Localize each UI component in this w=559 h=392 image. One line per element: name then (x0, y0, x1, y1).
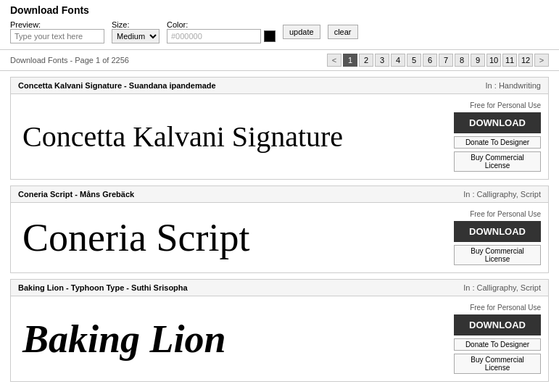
download-btn-1[interactable]: DOWNLOAD (454, 112, 541, 133)
font-card-2-actions: Free for Personal Use DOWNLOAD Buy Comme… (447, 210, 541, 265)
commercial-btn-1[interactable]: Buy Commercial License (454, 151, 541, 172)
color-label-wrap: Color: (167, 20, 276, 43)
font-card-3-category: In : Calligraphy, Script (463, 283, 541, 292)
font-card-2-license: Free for Personal Use (470, 210, 541, 218)
preview-group: Preview: (10, 20, 104, 43)
color-group: Color: (167, 20, 276, 43)
font-card-1-body: Concetta Kalvani Signature Free for Pers… (11, 94, 548, 179)
size-select[interactable]: Small Medium Large (112, 29, 160, 43)
font-preview-text-2: Coneria Script (22, 215, 249, 260)
font-card-3-preview: Baking Lion (22, 317, 447, 362)
color-label: Color: (167, 20, 276, 29)
preview-label: Preview: (10, 20, 104, 29)
toolbar: Preview: Size: Small Medium Large Color:… (10, 20, 549, 43)
page-btn-10[interactable]: 10 (486, 54, 501, 67)
commercial-btn-2[interactable]: Buy Commercial License (454, 245, 541, 265)
size-label: Size: (112, 20, 160, 29)
pagination-info: Download Fonts - Page 1 of 2256 (10, 56, 129, 64)
download-btn-3[interactable]: DOWNLOAD (454, 314, 541, 335)
font-card-3-title: Baking Lion - Typhoon Type - Suthi Sriso… (18, 283, 188, 292)
color-input[interactable] (167, 29, 261, 43)
donate-btn-1[interactable]: Donate To Designer (454, 136, 541, 149)
preview-input[interactable] (10, 29, 104, 43)
download-btn-2[interactable]: DOWNLOAD (454, 221, 541, 242)
font-card-2-body: Coneria Script Free for Personal Use DOW… (11, 203, 548, 272)
font-card-3-actions: Free for Personal Use DOWNLOAD Donate To… (447, 304, 541, 374)
font-card-2-preview: Coneria Script (22, 215, 447, 260)
font-card-1-actions: Free for Personal Use DOWNLOAD Donate To… (447, 101, 541, 172)
page-btn-2[interactable]: 2 (359, 54, 373, 67)
page-btn-4[interactable]: 4 (391, 54, 405, 67)
page-btn-3[interactable]: 3 (375, 54, 389, 67)
page-btn-7[interactable]: 7 (439, 54, 453, 67)
page-btn-9[interactable]: 9 (471, 54, 485, 67)
page-btn-5[interactable]: 5 (407, 54, 421, 67)
page-btn-12[interactable]: 12 (518, 54, 533, 67)
font-card-1-license: Free for Personal Use (470, 101, 541, 109)
page-btn-8[interactable]: 8 (455, 54, 469, 67)
page-btn-6[interactable]: 6 (423, 54, 437, 67)
font-card-1-preview: Concetta Kalvani Signature (22, 120, 447, 154)
font-card-2-category: In : Calligraphy, Script (463, 190, 541, 199)
pagination-bar: Download Fonts - Page 1 of 2256 < 1 2 3 … (0, 50, 559, 71)
font-card-2-title: Coneria Script - Måns Grebäck (18, 190, 134, 199)
donate-btn-3[interactable]: Donate To Designer (454, 338, 541, 351)
font-preview-text-3: Baking Lion (22, 317, 226, 362)
next-page-btn[interactable]: > (534, 54, 549, 67)
font-card-1-title: Concetta Kalvani Signature - Suandana ip… (18, 81, 216, 90)
clear-button[interactable]: clear (328, 25, 358, 39)
font-card-3-header: Baking Lion - Typhoon Type - Suthi Sriso… (11, 280, 548, 296)
font-card-2: Coneria Script - Måns Grebäck In : Calli… (10, 185, 549, 273)
page-btn-11[interactable]: 11 (502, 54, 517, 67)
font-card-3: Baking Lion - Typhoon Type - Suthi Sriso… (10, 279, 549, 382)
font-card-2-header: Coneria Script - Måns Grebäck In : Calli… (11, 186, 548, 203)
app-title: Download Fonts (10, 4, 549, 16)
font-card-1-category: In : Handwriting (486, 81, 541, 90)
pagination-controls: < 1 2 3 4 5 6 7 8 9 10 11 12 > (327, 54, 549, 67)
font-preview-text-1: Concetta Kalvani Signature (22, 120, 343, 154)
font-card-1: Concetta Kalvani Signature - Suandana ip… (10, 77, 549, 180)
font-card-3-body: Baking Lion Free for Personal Use DOWNLO… (11, 296, 548, 381)
font-card-3-license: Free for Personal Use (470, 304, 541, 312)
size-group: Size: Small Medium Large (112, 20, 160, 43)
app-header: Download Fonts Preview: Size: Small Medi… (0, 0, 559, 50)
color-swatch[interactable] (264, 30, 276, 42)
prev-page-btn[interactable]: < (327, 54, 341, 67)
update-button[interactable]: update (283, 25, 320, 39)
commercial-btn-3[interactable]: Buy Commercial License (454, 354, 541, 374)
font-card-1-header: Concetta Kalvani Signature - Suandana ip… (11, 78, 548, 94)
page-btn-1[interactable]: 1 (343, 54, 357, 67)
